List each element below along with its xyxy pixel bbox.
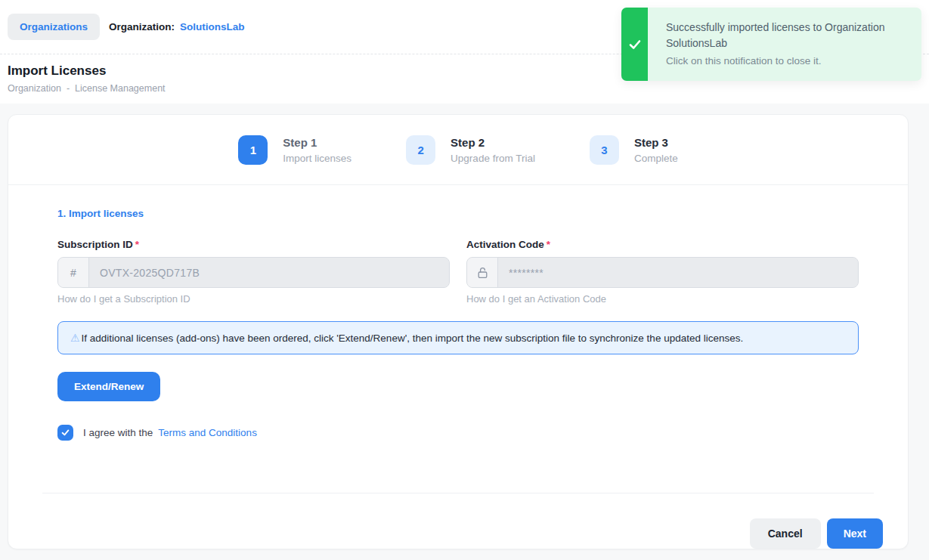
current-organization: Organization: SolutionsLab [109,21,245,32]
step-3-complete: 3 Step 3 Complete [590,135,678,165]
activation-code-input[interactable] [498,258,858,287]
organization-name-link[interactable]: SolutionsLab [180,21,245,32]
notification-status-bar [621,8,648,81]
activation-code-label: Activation Code* [466,239,859,250]
required-asterisk: * [547,239,550,250]
terms-agreement-row: I agree with the Terms and Conditions [57,425,859,441]
step-2-upgrade-from-trial: 2 Step 2 Upgrade from Trial [406,135,535,165]
success-notification[interactable]: Successfully imported licenses to Organi… [621,8,921,81]
subscription-id-input[interactable] [89,258,449,287]
organizations-button[interactable]: Organizations [8,14,100,40]
agreement-text: I agree with the [83,427,153,438]
activation-code-input-group [466,257,859,288]
section-title: 1. Import licenses [57,208,859,219]
notification-subtitle: Click on this notification to close it. [666,55,893,67]
step-3-subtitle: Complete [634,153,678,164]
page-title: Import Licenses [8,63,166,79]
check-icon [60,428,70,438]
step-2-title: Step 2 [451,136,535,149]
subscription-id-input-group: # [57,257,450,288]
activation-code-label-text: Activation Code [466,239,544,250]
breadcrumb-organization: Organization [8,83,61,94]
subscription-id-label: Subscription ID* [57,239,450,250]
main-content-area: 1 Step 1 Import licenses 2 Step 2 Upgrad… [0,104,929,560]
step-1-title: Step 1 [283,136,351,149]
step-2-subtitle: Upgrade from Trial [451,153,535,164]
warning-icon: ⚠ [70,332,80,344]
step-2-badge: 2 [406,135,435,165]
terms-checkbox[interactable] [57,425,73,441]
subscription-id-label-text: Subscription ID [57,239,133,250]
step-1-badge: 1 [238,135,268,165]
step-3-badge: 3 [590,135,619,165]
subscription-id-field-group: Subscription ID* # How do I get a Subscr… [57,239,450,305]
lock-icon [467,258,498,287]
wizard-steps: 1 Step 1 Import licenses 2 Step 2 Upgrad… [8,115,908,185]
page-header: Import Licenses Organization - License M… [8,63,166,94]
step-1-import-licenses: 1 Step 1 Import licenses [238,135,351,165]
hash-icon: # [58,258,89,287]
breadcrumb-license-management: License Management [75,83,166,94]
import-licenses-card: 1 Step 1 Import licenses 2 Step 2 Upgrad… [8,114,909,549]
next-button[interactable]: Next [827,518,883,549]
extend-renew-button[interactable]: Extend/Renew [57,372,160,401]
activation-code-helper-link[interactable]: How do I get an Activation Code [466,293,859,305]
step-3-title: Step 3 [634,136,678,149]
required-asterisk: * [135,239,139,250]
notification-content: Successfully imported licenses to Organi… [648,8,905,81]
addons-info-alert: ⚠ If additional licenses (add-ons) have … [57,321,859,354]
organization-label: Organization: [109,21,175,32]
breadcrumb: Organization - License Management [8,83,166,94]
activation-code-field-group: Activation Code* How do I get an Activat… [466,239,859,305]
check-icon [627,37,643,52]
breadcrumb-separator: - [67,83,70,94]
card-footer: Cancel Next [8,493,908,549]
alert-text: If additional licenses (add-ons) have be… [82,333,744,344]
terms-and-conditions-link[interactable]: Terms and Conditions [158,427,257,438]
cancel-button[interactable]: Cancel [750,518,821,549]
import-licenses-form: 1. Import licenses Subscription ID* # Ho… [8,185,908,441]
step-1-subtitle: Import licenses [283,153,351,164]
notification-title: Successfully imported licenses to Organi… [666,20,893,51]
subscription-id-helper-link[interactable]: How do I get a Subscription ID [57,293,450,305]
